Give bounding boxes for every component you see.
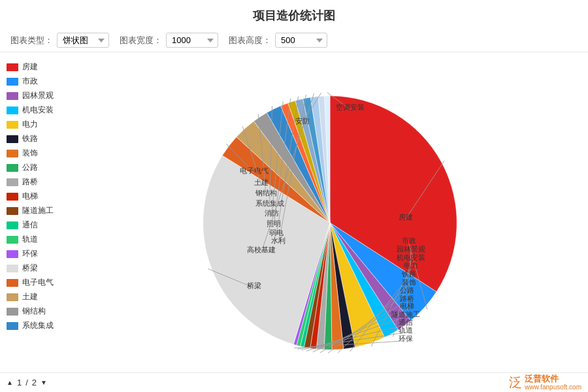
brand-url: www.fanpusoft.com xyxy=(525,384,581,391)
svg-text:桥梁: 桥梁 xyxy=(247,282,262,289)
legend-item: 电梯 xyxy=(7,191,78,202)
legend-item: 路桥 xyxy=(7,176,78,188)
legend-item: 机电安装 xyxy=(7,105,78,116)
svg-text:高校基建: 高校基建 xyxy=(247,246,276,253)
svg-text:园林景观: 园林景观 xyxy=(397,245,425,253)
brand-name: 泛普软件 xyxy=(525,374,581,384)
chart-type-select[interactable]: 饼状图 xyxy=(57,33,109,48)
pagination-total: 2 xyxy=(32,378,37,387)
legend-item: 电力 xyxy=(7,119,78,130)
pagination-separator: / xyxy=(25,378,28,387)
legend-item: 系统集成 xyxy=(7,320,78,331)
legend-item: 园林景观 xyxy=(7,90,78,101)
toolbar: 图表类型： 饼状图 图表宽度： 1000 图表高度： 500 xyxy=(0,29,588,52)
chart-height-select[interactable]: 500 xyxy=(275,33,327,48)
svg-text:空调安装: 空调安装 xyxy=(336,103,365,111)
legend-item: 市政 xyxy=(7,76,78,87)
svg-text:隧道施工: 隧道施工 xyxy=(391,310,420,318)
prev-page-arrow[interactable]: ▲ xyxy=(7,379,13,386)
svg-text:路桥: 路桥 xyxy=(400,295,414,302)
svg-text:房建: 房建 xyxy=(399,213,413,221)
svg-text:系统集成: 系统集成 xyxy=(255,199,284,207)
legend-item: 房建 xyxy=(7,61,78,73)
legend-item: 公路 xyxy=(7,162,78,173)
chart-height-label: 图表高度： xyxy=(229,35,271,46)
next-page-arrow[interactable]: ▼ xyxy=(41,379,47,386)
legend-item: 铁路 xyxy=(7,133,78,144)
svg-text:电梯: 电梯 xyxy=(400,302,414,310)
svg-text:铁路: 铁路 xyxy=(401,270,416,278)
svg-text:电子电气: 电子电气 xyxy=(240,167,269,174)
legend: 房建市政园林景观机电安装电力铁路装饰公路路桥电梯隧道施工通信轨道环保桥梁电子电气… xyxy=(7,59,78,387)
legend-item: 电子电气 xyxy=(7,277,78,288)
svg-text:环保: 环保 xyxy=(399,335,413,342)
chart-width-select[interactable]: 1000 xyxy=(166,33,218,48)
legend-item: 钢结构 xyxy=(7,306,78,317)
svg-text:消防: 消防 xyxy=(265,210,279,218)
pagination-current: 1 xyxy=(17,378,22,387)
svg-text:安防: 安防 xyxy=(295,117,310,125)
chart-width-label: 图表宽度： xyxy=(120,35,162,46)
svg-text:市政: 市政 xyxy=(402,237,416,245)
legend-item: 隧道施工 xyxy=(7,205,78,216)
svg-text:水利: 水利 xyxy=(271,237,286,245)
svg-text:机电安装: 机电安装 xyxy=(397,253,425,261)
brand-logo-icon: 泛 xyxy=(509,374,522,391)
legend-item: 轨道 xyxy=(7,234,78,245)
svg-text:通信: 通信 xyxy=(399,318,413,326)
svg-text:弱电: 弱电 xyxy=(269,229,284,237)
legend-item: 土建 xyxy=(7,291,78,302)
chart-type-label: 图表类型： xyxy=(10,35,53,46)
legend-item: 通信 xyxy=(7,220,78,231)
svg-text:轨道: 轨道 xyxy=(399,326,413,334)
legend-item: 装饰 xyxy=(7,148,78,159)
svg-text:土建: 土建 xyxy=(254,178,269,186)
footer: ▲ 1 / 2 ▼ 泛 泛普软件 www.fanpusoft.com xyxy=(0,372,588,392)
chart-area: 房建市政园林景观机电安装电力铁路装饰公路路桥电梯隧道施工通信轨道环保桥梁电子电气… xyxy=(78,59,581,387)
legend-item: 环保 xyxy=(7,248,78,259)
svg-text:装饰: 装饰 xyxy=(402,278,416,286)
legend-item: 桥梁 xyxy=(7,263,78,274)
svg-text:公路: 公路 xyxy=(400,286,414,294)
page-title: 项目造价统计图 xyxy=(0,0,588,29)
svg-text:电力: 电力 xyxy=(404,261,418,269)
